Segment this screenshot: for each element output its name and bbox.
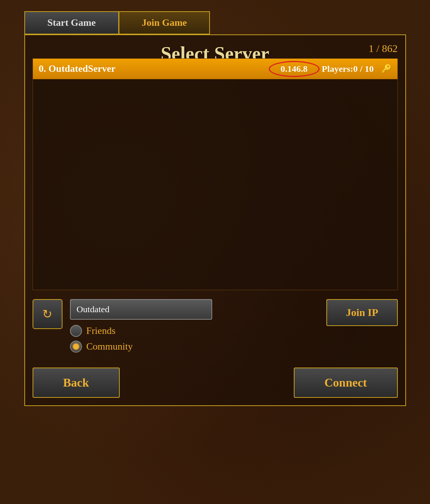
refresh-button[interactable]: ↻	[33, 299, 62, 329]
version-circle: 0.146.8	[274, 64, 314, 74]
radio-community-label: Community	[86, 341, 133, 352]
radio-community-button[interactable]	[70, 341, 82, 353]
main-panel: Select Server 1 / 862 0. OutdatedServer …	[24, 34, 406, 406]
panel-header: Select Server 1 / 862	[33, 43, 398, 55]
back-button[interactable]: Back	[33, 368, 120, 398]
table-row[interactable]: 0. OutdatedServer 0.146.8 Players:0 / 10…	[33, 59, 397, 79]
radio-friends-label: Friends	[86, 325, 116, 336]
tab-join-game[interactable]: Join Game	[119, 11, 210, 34]
filter-input[interactable]	[70, 299, 212, 320]
server-version: 0.146.8	[274, 62, 314, 76]
connect-button[interactable]: Connect	[294, 368, 398, 398]
radio-community-indicator	[73, 344, 79, 350]
radio-group: Friends Community	[70, 325, 319, 353]
radio-friends[interactable]: Friends	[70, 325, 319, 337]
center-controls: Friends Community	[70, 299, 319, 353]
page-count: 1 / 862	[369, 43, 398, 54]
join-ip-button[interactable]: Join IP	[326, 299, 397, 326]
server-name: 0. OutdatedServer	[39, 63, 266, 74]
right-controls: Join IP	[326, 299, 397, 326]
radio-community[interactable]: Community	[70, 341, 319, 353]
server-players: Players:0 / 10	[322, 64, 374, 74]
server-list: 0. OutdatedServer 0.146.8 Players:0 / 10…	[33, 58, 398, 290]
bottom-row: Back Connect	[33, 368, 398, 398]
radio-friends-button[interactable]	[70, 325, 82, 337]
lock-icon: 🔑	[381, 64, 391, 74]
radio-friends-indicator	[73, 328, 79, 334]
tab-start-game[interactable]: Start Game	[24, 11, 119, 34]
bottom-controls: ↻ Friends Community	[33, 299, 398, 353]
